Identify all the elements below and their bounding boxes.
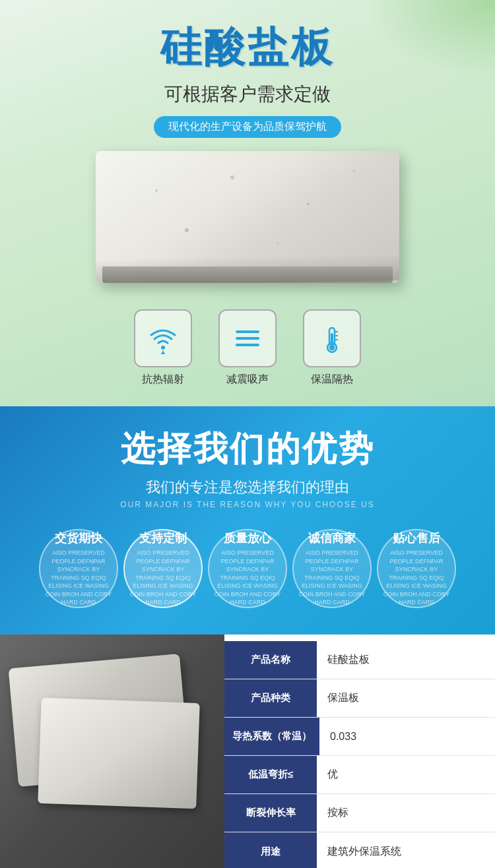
spec-value-product-name: 硅酸盐板 [317, 641, 495, 679]
adv-circle-text-trust: AISO PRESERVED PEOPLE DEFNPAR SYNCRACK B… [294, 549, 370, 607]
advantage-section: 选择我们的优势 我们的专注是您选择我们的理由 OUR MAJOR IS THE … [0, 406, 495, 635]
product-side-mock [102, 266, 393, 283]
advantage-circles: 交货期快 AISO PRESERVED PEOPLE DEFNPAR SYNCR… [13, 529, 482, 608]
advantage-circle-service: 贴心售后 AISO PRESERVED PEOPLE DEFNPAR SYNCR… [377, 529, 456, 608]
spec-row-thermal-conductivity: 导热系数（常温） 0.033 [224, 718, 495, 756]
hero-subtitle: 可根据客户需求定做 [13, 82, 482, 107]
spec-label-elongation: 断裂伸长率 [224, 794, 317, 832]
adv-circle-text-quality: AISO PRESERVED PEOPLE DEFNPAR SYNCRACK B… [209, 549, 286, 607]
advantage-circle-quality: 质量放心 AISO PRESERVED PEOPLE DEFNPAR SYNCR… [208, 529, 287, 608]
heat-radiation-icon-box [134, 309, 192, 367]
adv-circle-title-service: 贴心售后 [393, 530, 440, 546]
spec-value-product-type: 保温板 [317, 679, 495, 717]
product-image [96, 151, 399, 296]
spec-label-product-name: 产品名称 [224, 641, 317, 679]
spec-value-thermal-conductivity: 0.033 [319, 718, 495, 755]
adv-circle-title-trust: 诚信商家 [308, 530, 356, 546]
insulation-icon-box [303, 309, 361, 367]
feature-insulation-label: 保温隔热 [311, 373, 353, 387]
spec-label-low-temp-bend: 低温弯折≤ [224, 756, 317, 793]
spec-label-thermal-conductivity: 导热系数（常温） [224, 718, 319, 755]
specs-table: 产品名称 硅酸盐板 产品种类 保温板 导热系数（常温） 0.033 低温弯折≤ … [224, 635, 495, 868]
hero-badge: 现代化的生产设备为品质保驾护航 [154, 116, 341, 138]
spec-row-product-name: 产品名称 硅酸盐板 [224, 641, 495, 679]
specs-section: 产品名称 硅酸盐板 产品种类 保温板 导热系数（常温） 0.033 低温弯折≤ … [0, 635, 495, 868]
feature-heat-radiation: 抗热辐射 [134, 309, 192, 387]
spec-value-low-temp-bend: 优 [317, 756, 495, 793]
adv-circle-title-delivery: 交货期快 [55, 530, 102, 546]
svg-rect-6 [331, 333, 333, 344]
vibration-icon-box [218, 309, 277, 367]
specs-product-image [0, 635, 224, 868]
spec-row-product-type: 产品种类 保温板 [224, 679, 495, 718]
feature-heat-label: 抗热辐射 [142, 373, 184, 387]
adv-circle-title-custom: 支持定制 [139, 530, 187, 546]
spec-label-usage: 用途 [224, 832, 317, 868]
spec-row-usage: 用途 建筑外保温系统 [224, 832, 495, 868]
adv-circle-text-custom: AISO PRESERVED PEOPLE DEFNPAR SYNCRACK B… [125, 549, 201, 607]
product-photo-mock [96, 151, 399, 283]
spec-value-usage: 建筑外保温系统 [317, 832, 495, 868]
advantage-subtitle-en: OUR MAJOR IS THE REASON WHY YOU CHOOSE U… [13, 500, 482, 509]
advantage-circle-custom: 支持定制 AISO PRESERVED PEOPLE DEFNPAR SYNCR… [123, 529, 203, 608]
lines-icon [232, 323, 263, 354]
spec-row-low-temp-bend: 低温弯折≤ 优 [224, 756, 495, 794]
feature-insulation: 保温隔热 [303, 309, 361, 387]
adv-circle-text-delivery: AISO PRESERVED PEOPLE DEFNPAR SYNCRACK B… [40, 549, 117, 607]
thermometer-icon [316, 323, 348, 354]
spec-row-elongation: 断裂伸长率 按标 [224, 794, 495, 832]
spec-value-elongation: 按标 [317, 794, 495, 832]
hero-section: 硅酸盐板 可根据客户需求定做 现代化的生产设备为品质保驾护航 抗热辐射 [0, 0, 495, 406]
advantage-subtitle-cn: 我们的专注是您选择我们的理由 [13, 478, 482, 497]
advantage-title: 选择我们的优势 [13, 426, 482, 472]
features-row: 抗热辐射 减震吸声 [13, 309, 482, 387]
svg-point-1 [161, 346, 165, 350]
svg-marker-0 [161, 350, 165, 354]
svg-point-8 [329, 345, 335, 350]
advantage-circle-delivery: 交货期快 AISO PRESERVED PEOPLE DEFNPAR SYNCR… [39, 529, 118, 608]
feature-vibration-label: 减震吸声 [226, 373, 269, 387]
spec-label-product-type: 产品种类 [224, 679, 317, 717]
advantage-circle-trust: 诚信商家 AISO PRESERVED PEOPLE DEFNPAR SYNCR… [292, 529, 372, 608]
feature-vibration: 减震吸声 [218, 309, 277, 387]
wifi-signal-icon [147, 323, 179, 354]
adv-circle-text-service: AISO PRESERVED PEOPLE DEFNPAR SYNCRACK B… [378, 549, 455, 607]
hero-title: 硅酸盐板 [13, 20, 482, 75]
adv-circle-title-quality: 质量放心 [224, 530, 271, 546]
